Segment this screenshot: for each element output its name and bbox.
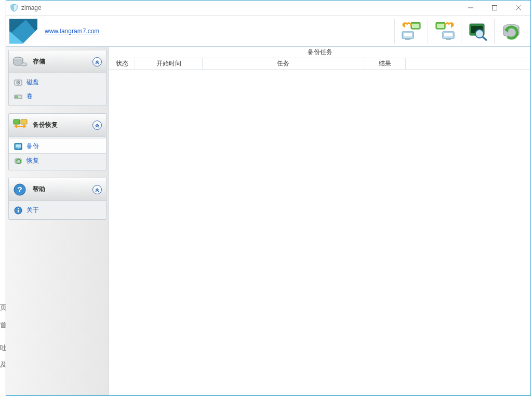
- collapse-toggle-icon[interactable]: [92, 121, 102, 130]
- column-task[interactable]: 任务: [203, 58, 364, 69]
- backup-icon: [14, 142, 22, 151]
- svg-rect-10: [403, 33, 413, 37]
- panel-help: ? 帮助 关于: [8, 178, 107, 220]
- sidebar: 存储 磁盘: [6, 47, 109, 395]
- toolbar-explore-button[interactable]: [461, 19, 494, 44]
- column-result[interactable]: 结果: [364, 58, 406, 69]
- sidebar-item-backup[interactable]: 备份: [9, 139, 106, 154]
- header: www.tangram7.com: [6, 16, 530, 47]
- sidebar-item-restore[interactable]: 恢复: [9, 154, 106, 168]
- svg-marker-35: [23, 124, 26, 128]
- panel-storage: 存储 磁盘: [8, 50, 107, 106]
- panel-storage-title: 存储: [33, 57, 87, 66]
- svg-rect-31: [18, 96, 21, 98]
- maximize-button[interactable]: [483, 1, 507, 16]
- window-title: zimage: [21, 4, 42, 11]
- site-link[interactable]: www.tangram7.com: [45, 28, 99, 35]
- panel-help-header[interactable]: ? 帮助: [9, 178, 106, 201]
- panel-backup-restore: 备份恢复 备份: [8, 113, 107, 170]
- panel-storage-header[interactable]: 存储: [9, 50, 106, 73]
- task-rows[interactable]: [109, 70, 530, 395]
- svg-rect-17: [446, 38, 451, 40]
- app-shield-icon: [10, 4, 18, 12]
- sidebar-item-label: 恢复: [26, 156, 39, 165]
- list-title: 备份任务: [109, 47, 530, 58]
- sidebar-item-label: 关于: [26, 206, 39, 215]
- minimize-button[interactable]: [459, 1, 483, 16]
- toolbar-restore-button[interactable]: [428, 19, 461, 44]
- close-button[interactable]: [507, 1, 530, 16]
- panel-backup-restore-header[interactable]: 备份恢复: [9, 114, 106, 137]
- svg-rect-13: [437, 24, 444, 28]
- titlebar[interactable]: zimage: [6, 1, 530, 16]
- storage-icon: [13, 56, 28, 68]
- sidebar-item-about[interactable]: 关于: [9, 203, 106, 217]
- disk-icon: [14, 78, 22, 87]
- svg-rect-37: [16, 144, 21, 148]
- volume-icon: [14, 92, 22, 101]
- column-header-row: 状态 开始时间 任务 结果: [109, 58, 530, 70]
- sidebar-item-label: 卷: [26, 92, 33, 101]
- collapse-toggle-icon[interactable]: [92, 185, 102, 194]
- app-logo-icon: [9, 19, 37, 44]
- svg-marker-34: [14, 124, 17, 128]
- panel-help-title: 帮助: [33, 185, 87, 194]
- app-window: zimage www.tang: [6, 0, 531, 396]
- panel-backup-restore-title: 备份恢复: [33, 121, 87, 129]
- svg-point-25: [21, 63, 27, 66]
- sidebar-item-volume[interactable]: 卷: [9, 89, 106, 103]
- toolbar: [394, 19, 527, 44]
- svg-rect-0: [493, 6, 497, 10]
- column-start-time[interactable]: 开始时间: [135, 58, 203, 69]
- svg-rect-33: [21, 119, 27, 124]
- column-status[interactable]: 状态: [109, 58, 135, 69]
- collapse-toggle-icon[interactable]: [92, 57, 102, 66]
- svg-rect-7: [412, 24, 419, 28]
- help-icon: ?: [13, 183, 28, 196]
- svg-rect-32: [14, 119, 20, 124]
- backup-restore-icon: [13, 119, 28, 131]
- svg-rect-11: [405, 38, 410, 40]
- svg-rect-44: [18, 210, 19, 212]
- svg-rect-16: [444, 33, 453, 37]
- main-content: 备份任务 状态 开始时间 任务 结果: [109, 47, 530, 395]
- svg-point-28: [18, 82, 19, 83]
- restore-icon: [14, 157, 22, 165]
- toolbar-refresh-button[interactable]: [494, 19, 527, 44]
- svg-rect-30: [15, 96, 18, 98]
- info-icon: [14, 206, 22, 215]
- toolbar-backup-button[interactable]: [394, 19, 428, 44]
- svg-line-21: [483, 37, 486, 40]
- sidebar-item-label: 磁盘: [26, 78, 39, 87]
- svg-point-38: [18, 148, 19, 149]
- sidebar-item-label: 备份: [26, 142, 39, 151]
- svg-rect-45: [18, 208, 19, 209]
- sidebar-item-disk[interactable]: 磁盘: [9, 75, 106, 89]
- column-padding: [406, 58, 530, 69]
- svg-text:?: ?: [17, 185, 22, 194]
